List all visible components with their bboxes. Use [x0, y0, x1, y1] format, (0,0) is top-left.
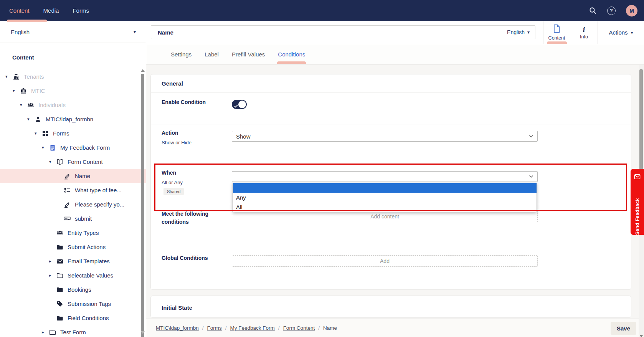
tree-item-label: Name — [75, 173, 90, 179]
tree-item[interactable]: Please specify yo... — [0, 197, 146, 211]
tree-item[interactable]: ▾ MTIC — [0, 84, 146, 98]
tree-item-icon — [20, 87, 27, 95]
tree-item[interactable]: Submit Actions — [0, 240, 146, 254]
tree-caret-icon[interactable]: ▸ — [42, 330, 49, 335]
header-language-select[interactable]: English ▾ — [507, 29, 530, 35]
dropdown-option[interactable]: All — [233, 202, 537, 212]
tree-item-label: submit — [75, 215, 92, 222]
tree-item-label: Email Templates — [68, 258, 110, 264]
tab-label: Prefill Values — [232, 51, 265, 58]
scroll-down-arrow-icon[interactable] — [141, 331, 145, 334]
tree-caret-icon[interactable]: ▸ — [49, 273, 56, 278]
info-view-tab[interactable]: i Info — [570, 21, 598, 44]
chevron-down-icon: ▾ — [527, 30, 530, 35]
breadcrumb-item-label: Form Content — [283, 325, 315, 331]
tab[interactable]: Prefill Values — [232, 44, 265, 64]
tree-item[interactable]: Name — [0, 169, 146, 183]
tree-item[interactable]: Entity Types — [0, 226, 146, 240]
tree-caret-icon[interactable]: ▾ — [49, 159, 56, 164]
tree-item[interactable]: submit — [0, 211, 146, 226]
asset-name-input[interactable]: Name English ▾ — [151, 25, 535, 39]
nav-tab-label: Media — [43, 7, 59, 14]
tree-item-label: Form Content — [68, 159, 103, 165]
meet-conditions-label: Meet the following conditions — [162, 210, 223, 226]
actions-menu-button[interactable]: Actions ▾ — [598, 21, 644, 44]
tree-item-icon — [56, 258, 64, 265]
tree-item-label: Please specify yo... — [75, 201, 124, 208]
content-tree: ▾ Tenants ▾ MTIC ▾ Individuals ▾ MTIC\ld… — [0, 69, 146, 337]
tree-item[interactable]: ▸ Selectable Values — [0, 268, 146, 282]
breadcrumb-item-label: MTIC\ldap_formbn — [156, 325, 199, 331]
enable-condition-toggle[interactable] — [232, 100, 247, 109]
save-button[interactable]: Save — [611, 322, 636, 335]
tree-item[interactable]: ▾ MTIC\ldap_formbn — [0, 112, 146, 126]
content-view-tab-label: Content — [548, 35, 565, 41]
tree-caret-icon[interactable]: ▾ — [20, 102, 27, 107]
tree-item[interactable]: Field Conditions — [0, 311, 146, 325]
global-conditions-label: Global Conditions — [162, 255, 208, 261]
tree-item[interactable]: ▾ Individuals — [0, 98, 146, 112]
tab[interactable]: Conditions — [278, 44, 305, 64]
tree-caret-icon[interactable]: ▾ — [5, 74, 12, 79]
tree-item[interactable]: ▸ Test Form — [0, 325, 146, 337]
action-select[interactable]: Show — [232, 131, 538, 142]
help-icon[interactable]: ? — [607, 7, 616, 15]
sidebar-language-select[interactable]: English ▾ — [0, 21, 146, 43]
breadcrumb-item-label: Name — [323, 325, 337, 331]
tree-caret-icon[interactable]: ▾ — [35, 131, 41, 136]
tree-caret-icon[interactable]: ▸ — [49, 259, 56, 264]
dropdown-option[interactable] — [233, 183, 537, 193]
tree-item[interactable]: ▾ Forms — [0, 126, 146, 140]
general-section-title: General — [162, 80, 183, 87]
chevron-down-icon: ▾ — [134, 29, 136, 35]
breadcrumb-item[interactable]: Form Content — [283, 325, 323, 331]
tree-caret-icon[interactable]: ▾ — [42, 145, 49, 150]
breadcrumb-item[interactable]: MTIC\ldap_formbn — [156, 325, 207, 331]
nav-tab[interactable]: Forms — [73, 0, 89, 21]
nav-tabs: Content Media Forms — [0, 0, 89, 21]
tree-item[interactable]: ▾ Tenants — [0, 69, 146, 84]
scroll-up-arrow-icon[interactable] — [141, 69, 145, 72]
add-content-button[interactable]: Add content — [232, 211, 538, 222]
tree-item-icon — [27, 101, 35, 109]
divider — [151, 93, 631, 93]
tree-item[interactable]: Submission Tags — [0, 297, 146, 311]
tree-item-label: Submit Actions — [68, 244, 106, 250]
tab[interactable]: Settings — [171, 44, 192, 64]
content-view-tab[interactable]: Content — [543, 21, 570, 44]
initial-state-card: Initial State — [150, 296, 631, 318]
tree-caret-icon[interactable]: ▾ — [27, 117, 34, 122]
tree-item-label: What type of fee... — [75, 187, 122, 193]
tab[interactable]: Label — [205, 44, 219, 64]
tree-item[interactable]: Bookings — [0, 282, 146, 297]
when-select[interactable] — [232, 171, 538, 182]
tree-caret-icon[interactable]: ▾ — [13, 88, 20, 93]
dropdown-option-label: All — [236, 204, 243, 210]
asset-name-value: Name — [158, 29, 173, 36]
breadcrumb-item[interactable]: Forms — [207, 325, 230, 331]
tree-item[interactable]: What type of fee... — [0, 183, 146, 197]
user-avatar[interactable]: M — [626, 5, 637, 17]
top-navbar: Content Media Forms ? M — [0, 0, 644, 21]
tree-item-icon — [56, 314, 64, 322]
info-view-tab-label: Info — [580, 34, 588, 40]
tree-item-label: Entity Types — [68, 230, 99, 236]
tree-item-icon — [56, 229, 64, 237]
tree-item[interactable]: ▾ Form Content — [0, 155, 146, 169]
breadcrumb-item[interactable]: Name — [323, 325, 337, 331]
nav-tab[interactable]: Media — [43, 0, 59, 21]
tree-item-icon — [49, 329, 56, 336]
add-global-condition-button[interactable]: Add — [232, 255, 538, 267]
send-feedback-tab[interactable]: Send Feedback — [631, 169, 644, 235]
dropdown-option[interactable]: Any — [233, 193, 537, 202]
nav-tab[interactable]: Content — [9, 0, 30, 21]
tree-item[interactable]: ▸ Email Templates — [0, 254, 146, 268]
sidebar-scrollbar-thumb[interactable] — [141, 74, 144, 337]
scroll-down-arrow-icon[interactable] — [639, 335, 643, 337]
search-icon[interactable] — [589, 7, 597, 15]
add-label: Add — [380, 258, 390, 264]
tree-item[interactable]: ▾ My Feedback Form — [0, 140, 146, 155]
document-icon — [553, 24, 560, 35]
divider — [151, 124, 631, 124]
breadcrumb-item[interactable]: My Feedback Form — [230, 325, 283, 331]
